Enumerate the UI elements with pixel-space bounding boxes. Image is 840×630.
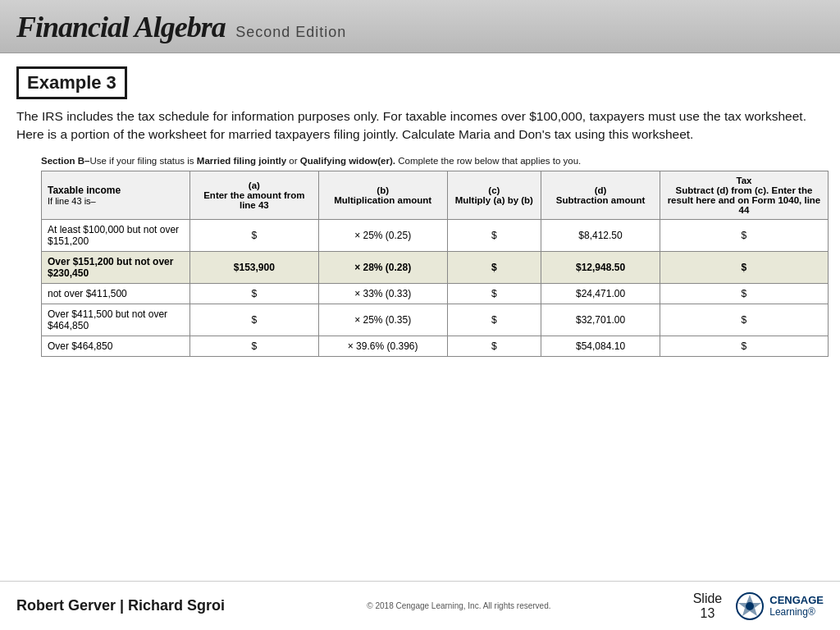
taxable-range: Over $411,500 but not over $464,850 xyxy=(42,304,190,336)
copyright-text: © 2018 Cengage Learning, Inc. All rights… xyxy=(367,601,550,610)
table-header-row: Taxable income If line 43 is– (a) Enter … xyxy=(42,171,829,219)
slide-label: Slide xyxy=(693,591,723,605)
col-b-value: × 33% (0.33) xyxy=(318,283,447,304)
col-a-value: $ xyxy=(189,219,318,251)
table-body: At least $100,000 but not over $151,200$… xyxy=(42,219,829,356)
page-header: Financial Algebra Second Edition xyxy=(0,0,840,53)
tax-table-container: Taxable income If line 43 is– (a) Enter … xyxy=(16,171,824,357)
table-row: not over $411,500$× 33% (0.33)$$24,471.0… xyxy=(42,283,829,304)
married-filing-label: Married filing jointly xyxy=(197,156,286,166)
col-c-value: $ xyxy=(447,336,541,356)
page-footer: Robert Gerver | Richard Sgroi © 2018 Cen… xyxy=(0,581,840,630)
section-note-complete: Complete the row below that applies to y… xyxy=(395,156,581,166)
col-c-value: $ xyxy=(447,251,541,283)
main-content: Example 3 The IRS includes the tax sched… xyxy=(0,53,840,365)
col-c-value: $ xyxy=(447,304,541,336)
col-d-header: (d) Subtraction amount xyxy=(541,171,660,219)
col-d-value: $32,701.00 xyxy=(541,304,660,336)
taxable-range: Over $464,850 xyxy=(42,336,190,356)
section-note: Section B–Use if your filing status is M… xyxy=(16,156,824,166)
book-edition: Second Edition xyxy=(235,24,346,40)
col-tax-header: Tax Subtract (d) from (c). Enter the res… xyxy=(660,171,828,219)
taxable-range: not over $411,500 xyxy=(42,283,190,304)
col-d-value: $8,412.50 xyxy=(541,219,660,251)
col-tax-value: $ xyxy=(660,304,828,336)
col-b-sub: Multiplication amount xyxy=(334,195,431,205)
col-c-label: (c) xyxy=(488,185,500,195)
book-title: Financial Algebra xyxy=(16,11,226,43)
col-b-value: × 28% (0.28) xyxy=(318,251,447,283)
col-taxable-header: Taxable income If line 43 is– xyxy=(42,171,190,219)
col-tax-value: $ xyxy=(660,219,828,251)
col-tax-value: $ xyxy=(660,283,828,304)
cengage-icon xyxy=(735,591,765,621)
table-row: Over $151,200 but not over $230,450$153,… xyxy=(42,251,829,283)
taxable-range: At least $100,000 but not over $151,200 xyxy=(42,219,190,251)
taxable-range: Over $151,200 but not over $230,450 xyxy=(42,251,190,283)
table-row: Over $411,500 but not over $464,850$× 25… xyxy=(42,304,829,336)
col-tax-label: Tax xyxy=(736,176,751,185)
authors-label: Robert Gerver | Richard Sgroi xyxy=(16,597,225,614)
col-c-value: $ xyxy=(447,219,541,251)
col-b-value: × 25% (0.25) xyxy=(318,219,447,251)
section-note-text1: Use if your filing status is xyxy=(89,156,196,166)
col-a-value: $153,900 xyxy=(189,251,318,283)
col-d-value: $54,084.10 xyxy=(541,336,660,356)
col-tax-sub: Subtract (d) from (c). Enter the result … xyxy=(668,185,821,215)
section-b-label: Section B– xyxy=(41,156,89,166)
col-a-value: $ xyxy=(189,304,318,336)
col-b-value: × 25% (0.35) xyxy=(318,304,447,336)
section-note-or: or xyxy=(286,156,300,166)
cengage-name: CENGAGE xyxy=(769,594,824,607)
footer-right: Slide 13 CENGAGE Learning® xyxy=(693,591,824,621)
table-row: Over $464,850$× 39.6% (0.396)$$54,084.10… xyxy=(42,336,829,356)
col-d-value: $24,471.00 xyxy=(541,283,660,304)
col-tax-value: $ xyxy=(660,336,828,356)
example-label: Example 3 xyxy=(16,66,127,99)
col-a-label: (a) xyxy=(249,180,260,190)
qualifying-widow-label: Qualifying widow(er). xyxy=(300,156,395,166)
cengage-text-block: CENGAGE Learning® xyxy=(769,594,824,619)
col-c-sub: Multiply (a) by (b) xyxy=(455,195,533,205)
col-c-header: (c) Multiply (a) by (b) xyxy=(447,171,541,219)
taxable-income-sub: If line 43 is– xyxy=(48,196,96,206)
col-tax-value: $ xyxy=(660,251,828,283)
description-text: The IRS includes the tax schedule for in… xyxy=(16,107,824,144)
svg-point-1 xyxy=(746,602,754,610)
taxable-income-label: Taxable income xyxy=(48,185,121,196)
tax-table: Taxable income If line 43 is– (a) Enter … xyxy=(41,171,829,357)
col-b-label: (b) xyxy=(377,185,389,195)
cengage-sub-label: Learning® xyxy=(769,606,824,618)
slide-info: Slide 13 xyxy=(693,591,723,621)
col-a-header: (a) Enter the amount from line 43 xyxy=(189,171,318,219)
col-b-value: × 39.6% (0.396) xyxy=(318,336,447,356)
col-d-sub: Subtraction amount xyxy=(556,195,646,205)
col-b-header: (b) Multiplication amount xyxy=(318,171,447,219)
col-d-value: $12,948.50 xyxy=(541,251,660,283)
table-row: At least $100,000 but not over $151,200$… xyxy=(42,219,829,251)
col-a-sub: Enter the amount from line 43 xyxy=(203,190,304,210)
col-d-label: (d) xyxy=(595,185,607,195)
col-c-value: $ xyxy=(447,283,541,304)
col-a-value: $ xyxy=(189,283,318,304)
cengage-logo: CENGAGE Learning® xyxy=(735,591,824,621)
col-a-value: $ xyxy=(189,336,318,356)
slide-number: 13 xyxy=(701,606,715,620)
